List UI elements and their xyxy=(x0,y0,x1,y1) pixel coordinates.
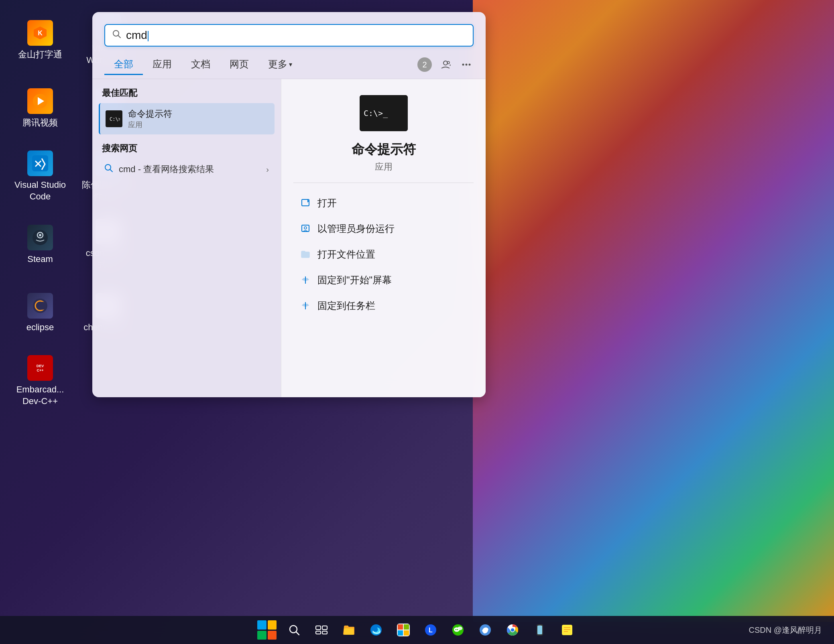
svg-rect-54 xyxy=(322,631,327,634)
svg-point-68 xyxy=(457,629,458,630)
search-bar-icon xyxy=(112,30,121,41)
svg-point-44 xyxy=(304,227,307,229)
web-search-text: cmd - 查看网络搜索结果 xyxy=(119,163,260,175)
taskbar-fliqlo[interactable] xyxy=(473,618,497,642)
search-bar[interactable]: cmd xyxy=(104,24,474,47)
taskbar-wechat[interactable] xyxy=(446,618,470,642)
cmd-info: 命令提示符 应用 xyxy=(128,108,269,130)
svg-rect-53 xyxy=(316,631,321,634)
action-open-location[interactable]: 打开文件位置 xyxy=(293,242,474,266)
result-count-badge: 2 xyxy=(417,57,432,72)
people-icon-btn[interactable] xyxy=(438,57,453,72)
svg-rect-74 xyxy=(537,626,542,634)
web-search-arrow-icon: › xyxy=(266,165,269,174)
web-search-item-cmd[interactable]: cmd - 查看网络搜索结果 › xyxy=(99,158,275,180)
desktop-icon-tencent[interactable]: 腾讯视频 xyxy=(8,76,72,140)
admin-icon xyxy=(300,223,311,234)
detail-actions: 打开 以管理员身份运行 xyxy=(293,191,474,318)
svg-rect-76 xyxy=(539,625,541,626)
vscode-label: Visual Studio Code xyxy=(11,179,69,202)
eclipse-icon xyxy=(27,293,53,319)
steam-icon xyxy=(27,225,53,250)
embarcadero-icon: DEV C++ xyxy=(27,355,53,381)
svg-point-21 xyxy=(39,302,47,310)
windows-logo xyxy=(257,620,277,640)
detail-app-name: 命令提示符 xyxy=(352,141,416,158)
desktop-icon-eclipse[interactable]: eclipse xyxy=(8,281,72,345)
taskbar-ms-store[interactable] xyxy=(391,618,415,642)
svg-rect-55 xyxy=(344,628,354,635)
tencent-label: 腾讯视频 xyxy=(22,117,58,129)
svg-point-33 xyxy=(462,64,464,66)
detail-app-icon: C:\>_ xyxy=(360,95,408,131)
action-pin-taskbar-label: 固定到任务栏 xyxy=(317,299,375,312)
svg-text:C:\>_: C:\>_ xyxy=(364,108,388,118)
system-tray: CSDN @逢风醉明月 xyxy=(749,625,822,636)
svg-point-34 xyxy=(466,64,468,66)
action-run-as-admin[interactable]: 以管理员身份运行 xyxy=(293,217,474,241)
search-content: 最佳匹配 C:\>_ 命令提示符 应用 搜索网页 xyxy=(92,79,486,397)
taskbar-file-explorer[interactable] xyxy=(337,618,361,642)
start-button[interactable] xyxy=(255,618,279,642)
pin-taskbar-icon xyxy=(300,300,311,311)
left-panel: 最佳匹配 C:\>_ 命令提示符 应用 搜索网页 xyxy=(92,79,281,397)
svg-rect-58 xyxy=(398,624,403,630)
result-item-cmd[interactable]: C:\>_ 命令提示符 应用 xyxy=(99,103,275,134)
more-options-btn[interactable] xyxy=(459,57,474,72)
action-pin-start[interactable]: 固定到"开始"屏幕 xyxy=(293,268,474,292)
svg-rect-52 xyxy=(322,626,327,630)
cmd-name: 命令提示符 xyxy=(128,108,269,120)
tencent-icon xyxy=(27,88,53,114)
action-location-label: 打开文件位置 xyxy=(317,248,375,261)
svg-text:C:\>_: C:\>_ xyxy=(110,116,120,122)
taskbar-notes[interactable] xyxy=(555,618,579,642)
steam-label: Steam xyxy=(27,254,53,265)
action-pin-taskbar[interactable]: 固定到任务栏 xyxy=(293,294,474,318)
svg-point-67 xyxy=(456,629,457,630)
desktop-icon-kingsoft[interactable]: K 金山打字通 xyxy=(8,8,72,72)
web-search-magnifier-icon xyxy=(104,164,113,175)
lark-icon: L xyxy=(423,623,438,637)
tab-web[interactable]: 网页 xyxy=(220,55,258,75)
chevron-down-icon: ▾ xyxy=(289,61,292,68)
fliqlo-icon xyxy=(478,623,492,637)
desktop-icon-vscode[interactable]: Visual Studio Code xyxy=(8,144,72,209)
desktop-icon-steam[interactable]: Steam xyxy=(8,213,72,277)
tab-all[interactable]: 全部 xyxy=(104,55,143,75)
taskbar-taskview[interactable] xyxy=(309,618,334,642)
taskbar-iphone[interactable] xyxy=(528,618,552,642)
tab-apps[interactable]: 应用 xyxy=(143,55,181,75)
taskbar-lark[interactable]: L xyxy=(419,618,443,642)
svg-rect-59 xyxy=(404,624,409,630)
action-pin-start-label: 固定到"开始"屏幕 xyxy=(317,274,392,286)
taskbar-edge[interactable] xyxy=(364,618,388,642)
action-admin-label: 以管理员身份运行 xyxy=(317,222,395,235)
taskbar-search-icon xyxy=(287,623,301,637)
cmd-type: 应用 xyxy=(128,120,269,130)
svg-text:C++: C++ xyxy=(37,368,43,372)
cmd-app-icon: C:\>_ xyxy=(106,110,122,127)
taskbar-search[interactable] xyxy=(282,618,306,642)
taskbar-chrome[interactable] xyxy=(500,618,525,642)
detail-divider xyxy=(293,183,474,183)
svg-line-30 xyxy=(118,36,121,38)
notes-icon xyxy=(560,623,574,637)
ms-store-icon xyxy=(396,623,411,637)
tab-docs[interactable]: 文档 xyxy=(181,55,220,75)
tab-more[interactable]: 更多 ▾ xyxy=(258,55,302,75)
edge-icon xyxy=(369,623,383,637)
action-open-label: 打开 xyxy=(317,197,337,209)
taskbar: L xyxy=(0,616,834,644)
search-overlay: cmd 全部 应用 文档 网页 更多 ▾ 2 xyxy=(92,12,486,397)
svg-rect-61 xyxy=(404,630,409,636)
kingsoft-label: 金山打字通 xyxy=(18,49,62,61)
svg-line-39 xyxy=(110,170,113,172)
search-input[interactable]: cmd xyxy=(126,29,466,42)
taskview-icon xyxy=(314,623,329,637)
svg-point-35 xyxy=(469,64,471,66)
action-open[interactable]: 打开 xyxy=(293,191,474,215)
desktop-icon-embarcadero[interactable]: DEV C++ Embarcad... Dev-C++ xyxy=(8,349,72,413)
file-explorer-icon xyxy=(342,623,356,637)
svg-rect-51 xyxy=(316,626,321,630)
filter-tabs: 全部 应用 文档 网页 更多 ▾ 2 xyxy=(92,53,486,79)
